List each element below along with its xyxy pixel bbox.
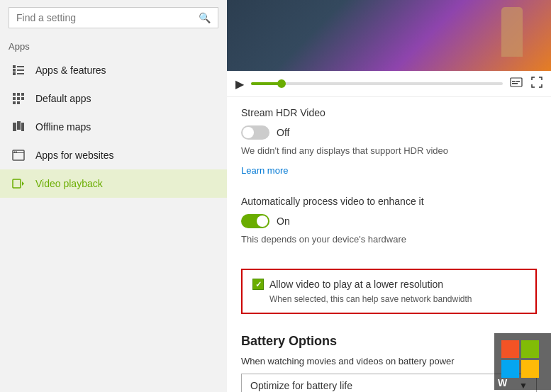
- caption-button[interactable]: [508, 76, 524, 91]
- svg-rect-18: [13, 152, 24, 153]
- svg-text:W: W: [498, 377, 508, 388]
- lower-resolution-checkbox[interactable]: ✓: [252, 279, 264, 290]
- svg-rect-24: [512, 81, 516, 82]
- auto-process-toggle[interactable]: [241, 214, 269, 228]
- play-button[interactable]: ▶: [234, 76, 245, 92]
- video-controls: ▶: [227, 71, 551, 97]
- svg-rect-6: [13, 93, 16, 96]
- auto-process-desc: This depends on your device's hardware: [241, 234, 537, 245]
- svg-rect-11: [21, 97, 24, 100]
- battery-title: Battery Options: [241, 334, 537, 349]
- watermark: W: [494, 333, 551, 392]
- svg-rect-8: [21, 93, 24, 96]
- hdr-no-display-text: We didn't find any displays that support…: [241, 145, 537, 156]
- hdr-toggle[interactable]: [241, 125, 269, 140]
- svg-rect-12: [13, 101, 16, 104]
- auto-process-title: Automatically process video to enhance i…: [241, 196, 537, 207]
- sidebar-item-apps-features-label: Apps & features: [35, 65, 106, 76]
- apps-section-label: Apps: [0, 38, 227, 56]
- map-icon: [11, 120, 26, 134]
- svg-rect-28: [501, 340, 519, 358]
- battery-desc: When watching movies and videos on batte…: [241, 356, 537, 366]
- fullscreen-button[interactable]: [530, 75, 544, 92]
- lower-resolution-checkbox-row: ✓ Allow video to play at a lower resolut…: [252, 279, 525, 290]
- sidebar-item-default-apps[interactable]: Default apps: [0, 84, 227, 113]
- svg-rect-31: [521, 360, 539, 378]
- svg-rect-21: [13, 179, 21, 188]
- svg-rect-23: [511, 78, 522, 86]
- svg-rect-1: [17, 66, 24, 67]
- sidebar-item-apps-for-websites[interactable]: Apps for websites: [0, 141, 227, 169]
- search-icon: 🔍: [199, 12, 211, 23]
- video-icon: [11, 177, 26, 191]
- svg-rect-25: [516, 81, 520, 82]
- svg-rect-5: [17, 73, 24, 74]
- sidebar-item-video-playback-label: Video playback: [35, 178, 103, 189]
- svg-rect-2: [13, 69, 16, 72]
- sidebar-item-offline-maps-label: Offline maps: [35, 121, 91, 133]
- video-image: [227, 0, 551, 71]
- sidebar-item-video-playback[interactable]: Video playback: [0, 169, 227, 198]
- search-input[interactable]: [16, 12, 199, 23]
- svg-rect-9: [13, 97, 16, 100]
- sidebar-item-apps-features[interactable]: Apps & features: [0, 56, 227, 84]
- auto-process-knob: [257, 215, 268, 227]
- sidebar: 🔍 Apps Apps & features: [0, 0, 227, 392]
- svg-rect-26: [512, 83, 518, 84]
- svg-rect-13: [17, 101, 20, 104]
- sidebar-item-default-apps-label: Default apps: [35, 93, 91, 104]
- svg-rect-4: [13, 72, 16, 75]
- search-box[interactable]: 🔍: [9, 7, 218, 28]
- battery-dropdown[interactable]: Optimize for battery life ▼: [241, 374, 537, 392]
- svg-rect-29: [521, 340, 539, 358]
- auto-process-section: Automatically process video to enhance i…: [227, 196, 551, 263]
- svg-rect-20: [16, 152, 18, 153]
- svg-rect-16: [21, 123, 24, 131]
- lower-resolution-box: ✓ Allow video to play at a lower resolut…: [241, 269, 537, 314]
- main-wrapper: ▶: [227, 0, 551, 392]
- lower-resolution-desc: When selected, this can help save networ…: [252, 294, 525, 304]
- lower-resolution-container: ✓ Allow video to play at a lower resolut…: [227, 269, 551, 314]
- hdr-toggle-knob: [243, 127, 254, 138]
- auto-process-toggle-row: On: [241, 214, 537, 228]
- checkbox-check: ✓: [255, 280, 262, 289]
- list-icon: [11, 63, 26, 77]
- svg-rect-30: [501, 360, 519, 378]
- learn-more-link[interactable]: Learn more: [241, 165, 288, 176]
- svg-rect-0: [13, 65, 16, 68]
- auto-process-toggle-label: On: [277, 215, 290, 227]
- window-icon: [11, 148, 26, 162]
- svg-rect-15: [17, 121, 21, 130]
- hdr-toggle-row: Off: [241, 125, 537, 140]
- hdr-title: Stream HDR Video: [241, 107, 537, 118]
- grid-icon: [11, 91, 26, 106]
- sidebar-item-offline-maps[interactable]: Offline maps: [0, 113, 227, 141]
- svg-rect-10: [17, 97, 20, 100]
- hdr-section: Stream HDR Video Off We didn't find any …: [227, 97, 551, 196]
- video-preview: [227, 0, 551, 71]
- hdr-toggle-label: Off: [277, 127, 289, 138]
- svg-rect-19: [14, 152, 16, 153]
- svg-rect-3: [17, 69, 24, 71]
- lower-resolution-label: Allow video to play at a lower resolutio…: [269, 279, 443, 290]
- battery-dropdown-label: Optimize for battery life: [250, 380, 352, 391]
- svg-rect-7: [17, 93, 20, 96]
- video-figure: [501, 7, 523, 57]
- svg-rect-14: [13, 123, 16, 131]
- progress-dot: [277, 79, 286, 88]
- sidebar-item-apps-for-websites-label: Apps for websites: [35, 150, 114, 161]
- svg-marker-22: [22, 181, 24, 186]
- progress-bar[interactable]: [251, 82, 503, 85]
